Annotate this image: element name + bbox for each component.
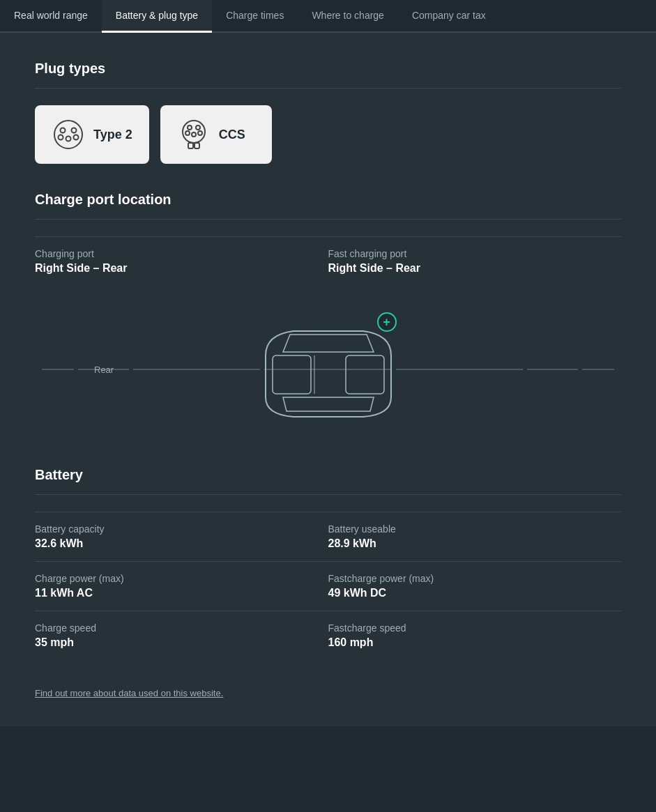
charge-speed-label: Charge speed: [35, 622, 328, 634]
tab-where-to-charge[interactable]: Where to charge: [298, 0, 398, 33]
type2-plug-icon: [52, 118, 85, 151]
plug-card-type2[interactable]: Type 2: [35, 105, 149, 164]
plug-label-ccs: CCS: [219, 128, 245, 142]
tab-charge-times[interactable]: Charge times: [212, 0, 298, 33]
line-seg-1: [42, 369, 74, 370]
battery-useable-label: Battery useable: [328, 523, 622, 535]
charge-dot-symbol: +: [383, 315, 390, 330]
svg-rect-16: [346, 355, 384, 394]
svg-point-10: [192, 132, 196, 137]
charge-port-details: Charging port Right Side – Rear Fast cha…: [35, 236, 621, 286]
battery-section: Battery Battery capacity 32.6 kWh Batter…: [35, 467, 621, 660]
svg-point-0: [54, 121, 82, 148]
fastcharge-power-block: Fastcharge power (max) 49 kWh DC: [328, 561, 622, 611]
tab-real-world-range[interactable]: Real world range: [0, 0, 102, 33]
battery-title: Battery: [35, 467, 621, 483]
ccs-plug-icon: [177, 118, 211, 151]
svg-point-9: [185, 131, 190, 135]
fastcharge-speed-value: 160 mph: [328, 636, 622, 649]
car-svg-wrap: +: [224, 300, 433, 439]
footer-link-block: Find out more about data used on this we…: [35, 688, 621, 698]
charge-port-indicator[interactable]: +: [377, 312, 397, 332]
charge-speed-block: Charge speed 35 mph: [35, 611, 328, 660]
charge-port-section: Charge port location Charging port Right…: [35, 192, 621, 439]
charge-port-title: Charge port location: [35, 192, 621, 208]
tab-battery-plug-type[interactable]: Battery & plug type: [102, 0, 212, 33]
charging-port-label: Charging port: [35, 248, 328, 259]
fastcharge-speed-label: Fastcharge speed: [328, 622, 622, 634]
battery-useable-block: Battery useable 28.9 kWh: [328, 512, 622, 561]
line-seg-6: [527, 369, 578, 370]
fastcharge-speed-block: Fastcharge speed 160 mph: [328, 611, 622, 660]
tab-company-car-tax[interactable]: Company car tax: [398, 0, 500, 33]
plug-types-title: Plug types: [35, 61, 621, 77]
plug-types-row: Type 2 CCS: [35, 105, 621, 164]
fastcharge-power-label: Fastcharge power (max): [328, 573, 622, 584]
fastcharge-power-value: 49 kWh DC: [328, 587, 622, 599]
svg-point-5: [74, 135, 79, 140]
battery-useable-value: 28.9 kWh: [328, 537, 622, 550]
car-diagram-container: + Rear: [35, 300, 621, 439]
plug-card-ccs[interactable]: CCS: [160, 105, 272, 164]
line-seg-7: [582, 369, 614, 370]
charge-power-label: Charge power (max): [35, 573, 328, 584]
svg-point-3: [59, 135, 63, 140]
svg-rect-15: [273, 355, 311, 394]
fast-charging-port-label: Fast charging port: [328, 248, 622, 259]
svg-rect-12: [188, 143, 193, 148]
battery-grid: Battery capacity 32.6 kWh Battery useabl…: [35, 512, 621, 660]
footer-link[interactable]: Find out more about data used on this we…: [35, 688, 223, 698]
car-top-view-svg: [224, 300, 433, 439]
charge-power-block: Charge power (max) 11 kWh AC: [35, 561, 328, 611]
svg-rect-13: [194, 143, 199, 148]
tabs-bar: Real world range Battery & plug type Cha…: [0, 0, 656, 33]
plug-label-type2: Type 2: [93, 128, 132, 142]
svg-point-2: [72, 128, 77, 133]
svg-point-7: [188, 125, 192, 130]
plug-types-section: Plug types Type 2: [35, 61, 621, 164]
battery-capacity-value: 32.6 kWh: [35, 537, 328, 550]
rear-label: Rear: [94, 365, 114, 375]
charging-port-block: Charging port Right Side – Rear: [35, 236, 328, 286]
svg-point-11: [198, 131, 202, 135]
charge-power-value: 11 kWh AC: [35, 587, 328, 599]
charge-speed-value: 35 mph: [35, 636, 328, 649]
charging-port-value: Right Side – Rear: [35, 262, 328, 275]
svg-point-4: [66, 137, 71, 141]
fast-charging-port-block: Fast charging port Right Side – Rear: [328, 236, 622, 286]
main-content: Plug types Type 2: [0, 33, 656, 726]
svg-point-1: [61, 128, 66, 133]
battery-capacity-label: Battery capacity: [35, 523, 328, 535]
svg-point-8: [196, 125, 200, 130]
fast-charging-port-value: Right Side – Rear: [328, 262, 622, 275]
battery-capacity-block: Battery capacity 32.6 kWh: [35, 512, 328, 561]
